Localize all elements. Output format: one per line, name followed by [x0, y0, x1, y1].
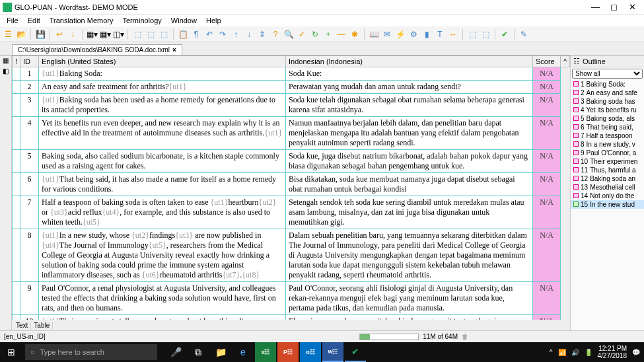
- maximize-button[interactable]: ◻: [610, 2, 618, 12]
- question-icon[interactable]: ?: [270, 29, 281, 40]
- tm-icon[interactable]: ⬚: [132, 29, 143, 40]
- outline-item[interactable]: 13Mesothelial cell: [571, 183, 644, 192]
- outline-item[interactable]: 1Baking Soda:: [571, 80, 644, 89]
- copy-icon[interactable]: 📋: [178, 29, 188, 40]
- cell-target[interactable]: Eksperimen mereka menceritakan kisah yan…: [286, 315, 533, 320]
- book-icon[interactable]: 📖: [369, 29, 379, 40]
- file-tab[interactable]: C:\Users\gloria\Downloads\BAKING SODA.do…: [12, 44, 182, 55]
- trash-icon[interactable]: 🗑: [462, 333, 468, 340]
- wifi-icon[interactable]: 📶: [558, 349, 566, 356]
- outline-item[interactable]: 7Half a teaspoon: [571, 131, 644, 140]
- tab-close-icon[interactable]: ×: [172, 46, 176, 54]
- start-button[interactable]: ⊞: [0, 342, 22, 362]
- cell-target[interactable]: Soda kue, juga disebut natrium bikarbona…: [286, 150, 533, 173]
- save-icon[interactable]: 💾: [35, 29, 46, 40]
- taskbar-search[interactable]: ○ Type here to search: [25, 344, 157, 360]
- cell-source[interactable]: Paul O'Connor, a renal physiologist at A…: [39, 282, 286, 315]
- table-row[interactable]: 3{ut1}Baking soda has been used as a hom…: [13, 94, 570, 117]
- col-id[interactable]: ID: [20, 56, 39, 67]
- layout1-icon[interactable]: ⬚: [467, 29, 478, 40]
- cell-target[interactable]: Dalam sebuah penelitian baru, yang temua…: [286, 229, 533, 282]
- menu-help[interactable]: Help: [202, 16, 225, 25]
- cell-target[interactable]: Perawatan yang mudah dan aman untuk rada…: [286, 81, 533, 94]
- ruler-icon[interactable]: ↔: [448, 29, 458, 40]
- view-tab-text[interactable]: Text: [13, 322, 31, 329]
- table-row[interactable]: 6{ut1}That being said, it has also made …: [13, 173, 570, 196]
- col-scroll[interactable]: ^: [561, 56, 570, 67]
- outline-filter[interactable]: Show all: [572, 69, 643, 79]
- cell-target[interactable]: Soda kue telah digunakan sebagai obat ru…: [286, 94, 533, 117]
- cell-source[interactable]: Half a teaspoon of baking soda is often …: [39, 196, 286, 229]
- tm2-icon[interactable]: ⬚: [145, 29, 156, 40]
- outline-item[interactable]: 8In a new study, v: [571, 140, 644, 149]
- table-row[interactable]: 5Baking soda, also called sodium bicarbo…: [13, 150, 570, 173]
- plus-icon[interactable]: +: [323, 29, 334, 40]
- redo-icon[interactable]: ↷: [217, 29, 228, 40]
- close-button[interactable]: ✕: [628, 2, 636, 12]
- outline-item[interactable]: 14Not only do the: [571, 192, 644, 200]
- outline-item[interactable]: 12Baking soda an: [571, 174, 644, 183]
- mic-icon[interactable]: 🎤: [165, 342, 186, 362]
- excel-icon[interactable]: x☷: [255, 342, 276, 362]
- star-icon[interactable]: ✱: [349, 29, 360, 40]
- grid3-icon[interactable]: ◫▾: [113, 29, 124, 40]
- battery-icon[interactable]: 🔋: [585, 349, 592, 356]
- up-icon[interactable]: ↑: [231, 29, 241, 40]
- table-row[interactable]: 8{ut1}In a new study, whose {ut2}finding…: [13, 229, 570, 282]
- menu-window[interactable]: Window: [167, 16, 201, 25]
- new-icon[interactable]: ☰: [3, 29, 13, 40]
- cell-source[interactable]: {ut1}Their experiments tell a complex st…: [39, 315, 286, 320]
- view-tab-table[interactable]: Table: [31, 322, 53, 329]
- cell-target[interactable]: Soda Kue:: [286, 67, 533, 81]
- cfg-icon[interactable]: ⚙: [408, 29, 419, 40]
- refresh-icon[interactable]: ↻: [310, 29, 320, 40]
- edit-icon[interactable]: ✎: [519, 29, 529, 40]
- outline-item[interactable]: 5Baking soda, als: [571, 114, 644, 123]
- layout2-icon[interactable]: ⬚: [480, 29, 491, 40]
- cell-target[interactable]: Setengah sendok teh soda kue sering diam…: [286, 196, 533, 229]
- cell-source[interactable]: {ut1}In a new study, whose {ut2}findings…: [39, 229, 286, 282]
- table-row[interactable]: 9Paul O'Connor, a renal physiologist at …: [13, 282, 570, 315]
- para-icon[interactable]: ¶: [191, 29, 201, 40]
- cell-target[interactable]: Paul O'Connor, seorang ahli fisiologi gi…: [286, 282, 533, 315]
- menu-file[interactable]: File: [3, 16, 22, 25]
- clip-icon[interactable]: ✉: [382, 29, 392, 40]
- outlook-icon[interactable]: o☷: [300, 342, 321, 362]
- clock[interactable]: 12:21 PM 4/27/2018: [598, 345, 627, 359]
- updown-icon[interactable]: ⇕: [257, 29, 268, 40]
- gutter-icon[interactable]: ▦: [1, 57, 11, 66]
- cell-source[interactable]: An easy and safe treatment for arthritis…: [39, 81, 286, 94]
- cell-source[interactable]: {ut1}Baking soda has been used as a home…: [39, 94, 286, 117]
- menu-terminology[interactable]: Terminology: [119, 16, 166, 25]
- notifications-icon[interactable]: 💬: [632, 349, 640, 356]
- tray-up-icon[interactable]: ^: [550, 349, 553, 356]
- outline-item[interactable]: 2An easy and safe: [571, 89, 644, 97]
- outline-item[interactable]: 3Baking soda has: [571, 97, 644, 106]
- grid-icon[interactable]: ▦▾: [87, 29, 97, 40]
- bolt-icon[interactable]: ⚡: [395, 29, 406, 40]
- col-mark[interactable]: !: [13, 56, 20, 67]
- cell-source[interactable]: Yet its benefits run even deeper, and ne…: [39, 117, 286, 150]
- powerpoint-icon[interactable]: P☷: [277, 342, 299, 362]
- menu-edit[interactable]: Edit: [24, 16, 44, 25]
- arrow-left-icon[interactable]: ↩: [54, 29, 65, 40]
- cell-target[interactable]: Bisa dikatakan, soda kue membuat namanya…: [286, 173, 533, 196]
- col-score[interactable]: Score: [533, 56, 561, 67]
- table-row[interactable]: 4Yet its benefits run even deeper, and n…: [13, 117, 570, 150]
- table-row[interactable]: 2An easy and safe treatment for arthriti…: [13, 81, 570, 94]
- minimize-button[interactable]: —: [591, 2, 599, 12]
- word-icon[interactable]: w☷: [322, 342, 343, 362]
- explorer-icon[interactable]: 📁: [210, 342, 231, 362]
- outline-item[interactable]: 15In the new stud: [571, 200, 644, 209]
- minus-icon[interactable]: —: [336, 29, 347, 40]
- cell-source[interactable]: Baking soda, also called sodium bicarbon…: [39, 150, 286, 173]
- table-row[interactable]: 1{ut1}Baking Soda:Soda Kue:N/A: [13, 67, 570, 81]
- cell-source[interactable]: {ut1}Baking Soda:: [39, 67, 286, 81]
- col-target[interactable]: Indonesian (Indonesia): [286, 56, 533, 67]
- undo-icon[interactable]: ↶: [204, 29, 215, 40]
- table-row[interactable]: 7Half a teaspoon of baking soda is often…: [13, 196, 570, 229]
- cell-target[interactable]: Namun manfaatnya berjalan lebih dalam, d…: [286, 117, 533, 150]
- cell-source[interactable]: {ut1}That being said, it has also made a…: [39, 173, 286, 196]
- outline-item[interactable]: 4Yet its benefits ru: [571, 106, 644, 114]
- down-icon[interactable]: ↓: [244, 29, 254, 40]
